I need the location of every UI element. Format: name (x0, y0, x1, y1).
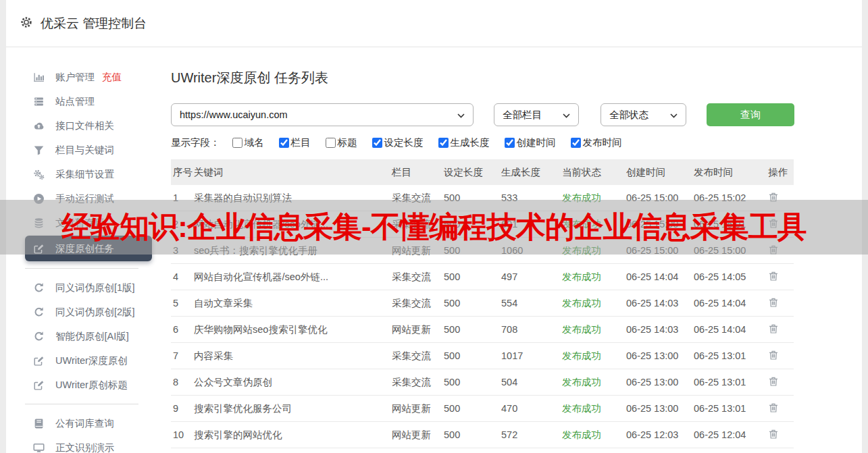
table-row: 10搜索引擎的网站优化网站更新500572发布成功06-25 12:0306-2… (171, 422, 794, 448)
table-row: 7内容采集采集交流5001017发布成功06-25 13:0006-25 13:… (171, 343, 794, 369)
watermark-text: 经验知识:企业信息采集-不懂编程技术的企业信息采集工具 (61, 207, 806, 247)
checkbox-title[interactable] (326, 138, 336, 148)
cell-publish-time: 06-25 13:01 (694, 350, 768, 361)
sidebar-item-content-recognition[interactable]: 正文识别演示 (6, 435, 156, 453)
recharge-link[interactable]: 充值 (102, 71, 122, 84)
cell-status: 发布成功 (562, 350, 626, 363)
cell-created-time: 06-25 14:03 (626, 324, 694, 335)
cell-publish-time: 06-25 14:04 (694, 324, 768, 335)
chevron-down-icon (563, 109, 570, 120)
delete-task-button[interactable] (768, 297, 779, 308)
field-checkbox-publish-time[interactable]: 发布时间 (571, 136, 622, 149)
sidebar-item-uwriter-original-title[interactable]: UWriter原创标题 (6, 373, 156, 397)
chevron-down-icon (457, 109, 465, 120)
column-header: 操作 (768, 166, 794, 179)
delete-task-button[interactable] (768, 402, 779, 413)
watermark-band: 经验知识:企业信息采集-不懂编程技术的企业信息采集工具 (0, 200, 868, 255)
checkbox-gen-length[interactable] (438, 138, 449, 148)
cell-set-length: 500 (444, 271, 501, 282)
cell-actions (768, 376, 794, 389)
sidebar-item-uwriter-deep-original[interactable]: UWriter深度原创 (6, 348, 156, 373)
cell-gen-length: 708 (501, 324, 562, 335)
checkbox-publish-time[interactable] (571, 138, 581, 148)
checkbox-column[interactable] (279, 138, 289, 148)
cell-created-time: 06-25 14:03 (626, 298, 694, 309)
site-select[interactable]: https://www.ucaiyun.com (171, 103, 474, 126)
search-button[interactable]: 查询 (707, 103, 794, 126)
sidebar-item-label: 账户管理 (55, 71, 95, 84)
checkbox-label: 设定长度 (384, 136, 424, 149)
column-header: 当前状态 (562, 166, 626, 179)
checkbox-label: 标题 (338, 136, 357, 149)
cell-publish-time: 06-25 13:01 (694, 403, 768, 414)
field-checkbox-title[interactable]: 标题 (326, 136, 357, 149)
cell-set-length: 500 (444, 429, 501, 440)
checkbox-label: 生成长度 (451, 136, 490, 149)
cell-publish-time: 06-25 14:04 (694, 298, 768, 309)
cell-actions (768, 323, 794, 336)
cell-column: 采集交流 (392, 350, 444, 363)
delete-task-button[interactable] (768, 271, 779, 282)
cell-keyword: 搜索引擎优化服务公司 (194, 402, 392, 415)
sidebar-item-synonym-rewrite-v1[interactable]: 同义词伪原创[1版] (6, 275, 156, 300)
cell-set-length: 500 (444, 324, 501, 335)
sidebar-item-collection-settings[interactable]: 采集细节设置 (6, 162, 156, 186)
sidebar-item-label: 公有词库查询 (55, 417, 114, 430)
cell-actions (768, 429, 794, 442)
sidebar-divider (25, 268, 138, 269)
field-checkbox-domain[interactable]: 域名 (232, 136, 264, 149)
sidebar-item-label: 站点管理 (55, 95, 95, 108)
cell-set-length: 500 (444, 403, 501, 414)
column-header: 栏目 (392, 166, 444, 179)
cell-keyword: 自动文章采集 (194, 297, 392, 310)
cell-publish-time: 06-25 14:05 (694, 271, 768, 282)
cell-gen-length: 554 (501, 298, 562, 309)
field-checkbox-gen-length[interactable]: 生成长度 (438, 136, 490, 149)
table-row: 9搜索引擎优化服务公司网站更新500470发布成功06-25 13:0006-2… (171, 396, 794, 422)
checkbox-set-length[interactable] (372, 138, 382, 148)
sidebar-item-synonym-rewrite-v2[interactable]: 同义词伪原创[2版] (6, 300, 156, 324)
sidebar-item-interface-files[interactable]: 接口文件相关 (6, 113, 156, 138)
chevron-down-icon (670, 109, 678, 120)
sidebar-divider (25, 404, 138, 404)
sidebar-item-columns-keywords[interactable]: 栏目与关键词 (6, 138, 156, 162)
cell-index: 7 (171, 350, 194, 361)
field-checkbox-create-time[interactable]: 创建时间 (505, 136, 556, 149)
sidebar-item-site-management[interactable]: 站点管理 (6, 89, 156, 113)
delete-task-button[interactable] (768, 323, 779, 334)
cell-set-length: 500 (444, 350, 501, 361)
cell-status: 发布成功 (562, 402, 626, 415)
table-row: 5自动文章采集采集交流500554发布成功06-25 14:0306-25 14… (171, 290, 794, 317)
cell-index: 4 (171, 271, 194, 282)
sidebar-item-public-thesaurus[interactable]: 公有词库查询 (6, 411, 156, 435)
sidebar-item-ai-rewrite[interactable]: 智能伪原创[AI版] (6, 324, 156, 348)
status-filter-select[interactable]: 全部状态 (601, 103, 686, 126)
edit-icon (33, 379, 45, 391)
delete-task-button[interactable] (768, 350, 779, 361)
status-filter-value: 全部状态 (609, 109, 648, 122)
cell-set-length: 500 (444, 298, 501, 309)
cell-column: 网站更新 (392, 402, 444, 415)
delete-task-button[interactable] (768, 376, 779, 387)
sidebar-item-label: 同义词伪原创[1版] (55, 282, 135, 294)
checkbox-create-time[interactable] (505, 138, 515, 148)
delete-task-button[interactable] (768, 429, 779, 439)
cell-column: 采集交流 (392, 376, 444, 389)
checkbox-label: 创建时间 (517, 136, 556, 149)
column-header: 序号 (171, 166, 194, 179)
column-filter-select[interactable]: 全部栏目 (494, 103, 579, 126)
sidebar-item-account-management[interactable]: 账户管理充值 (6, 65, 156, 89)
cell-status: 发布成功 (562, 323, 626, 336)
field-checkbox-set-length[interactable]: 设定长度 (372, 136, 424, 149)
column-header: 生成长度 (501, 166, 562, 179)
edit-icon (33, 354, 45, 367)
field-checkbox-column[interactable]: 栏目 (279, 136, 311, 149)
checkbox-domain[interactable] (232, 138, 242, 148)
cell-index: 6 (171, 324, 194, 335)
display-fields-label: 显示字段： (171, 136, 220, 149)
cell-index: 8 (171, 377, 194, 388)
cell-keyword: 网站自动化宣传机器/seo外链... (194, 271, 392, 284)
cell-actions (768, 402, 794, 415)
cell-index: 10 (171, 429, 194, 440)
cell-publish-time: 06-25 12:04 (694, 429, 768, 440)
